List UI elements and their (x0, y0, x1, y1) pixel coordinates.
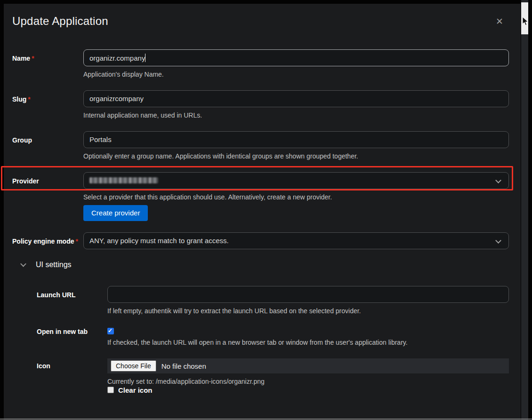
provider-select[interactable] (83, 172, 509, 189)
page-title: Update Application (12, 14, 108, 28)
name-help-text: Application's display Name. (83, 70, 509, 79)
required-marker: * (75, 238, 78, 245)
create-provider-button[interactable]: Create provider (83, 205, 148, 221)
provider-label: Provider (12, 177, 39, 185)
vertical-scrollbar[interactable] (521, 0, 528, 420)
policy-engine-mode-row: Policy engine mode* ANY, any policy must… (12, 232, 509, 249)
slug-field-row: Slug* Internal application name, used in… (12, 90, 509, 120)
name-label: Name (12, 55, 30, 62)
update-application-page: Update Application ✕ Name* Application's… (0, 0, 532, 420)
chevron-down-icon (495, 238, 501, 244)
chevron-down-icon (20, 261, 26, 267)
policy-engine-mode-label: Policy engine mode (12, 238, 74, 245)
provider-field-row: Provider Select a provider that this app… (12, 172, 509, 221)
required-marker: * (28, 95, 30, 103)
policy-engine-mode-value: ANY, any policy must match to grant acce… (89, 237, 229, 245)
file-chosen-status: No file chosen (161, 362, 206, 370)
launch-url-help-text: If left empty, authentik will try to ext… (107, 307, 509, 316)
slug-input[interactable] (83, 90, 509, 107)
clear-icon-checkbox[interactable] (107, 387, 114, 393)
ui-settings-section-label: UI settings (36, 261, 72, 269)
launch-url-label: Launch URL (37, 291, 75, 299)
ui-settings-toggle[interactable]: UI settings (21, 261, 509, 269)
group-input[interactable] (83, 131, 509, 148)
modal-header: Update Application ✕ (12, 14, 509, 28)
policy-engine-mode-select[interactable]: ANY, any policy must match to grant acce… (83, 232, 509, 249)
name-field-row: Name* Application's display Name. (12, 49, 509, 79)
open-in-new-tab-help-text: If checked, the launch URL will open in … (107, 338, 509, 347)
icon-field-row: Icon Choose File No file chosen Currentl… (37, 358, 509, 394)
window-right-edge (528, 0, 532, 420)
group-help-text: Optionally enter a group name. Applicati… (83, 152, 509, 161)
open-in-new-tab-label: Open in new tab (37, 328, 88, 335)
open-in-new-tab-checkbox[interactable]: ✓ (107, 328, 114, 334)
check-icon: ✓ (108, 327, 113, 334)
window-bottom-edge (0, 419, 532, 420)
icon-label: Icon (37, 362, 50, 370)
clear-icon-label: Clear icon (118, 385, 153, 394)
scrollbar-thumb[interactable] (521, 2, 528, 34)
provider-selected-value-redacted (89, 177, 158, 183)
launch-url-input[interactable] (107, 286, 509, 303)
name-input[interactable] (83, 49, 509, 66)
close-icon[interactable]: ✕ (496, 17, 503, 26)
icon-file-input[interactable]: Choose File No file chosen (107, 358, 509, 373)
launch-url-field-row: Launch URL If left empty, authentik will… (37, 286, 509, 316)
open-in-new-tab-row: Open in new tab ✓ If checked, the launch… (37, 326, 509, 347)
slug-help-text: Internal application name, used in URLs. (83, 111, 509, 120)
slug-label: Slug (12, 95, 26, 103)
choose-file-button[interactable]: Choose File (111, 360, 156, 372)
ui-settings-section: Launch URL If left empty, authentik will… (37, 286, 509, 395)
group-field-row: Group Optionally enter a group name. App… (12, 131, 509, 161)
provider-help-text: Select a provider that this application … (83, 193, 509, 202)
chevron-down-icon (495, 177, 501, 183)
update-application-modal: Update Application ✕ Name* Application's… (4, 4, 521, 420)
text-caret (145, 54, 145, 62)
required-marker: * (32, 55, 34, 62)
group-label: Group (12, 136, 32, 144)
